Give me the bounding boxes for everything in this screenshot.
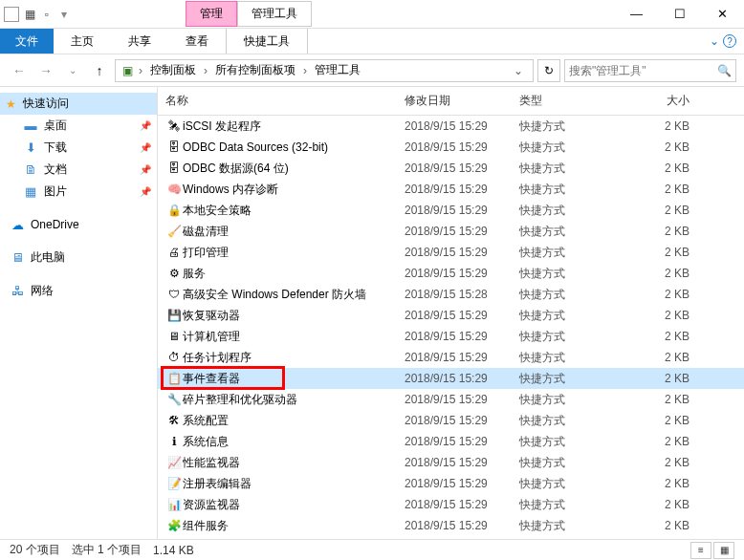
file-row[interactable]: 📝注册表编辑器2018/9/15 15:29快捷方式2 KB: [158, 473, 744, 494]
file-row[interactable]: 📈性能监视器2018/9/15 15:29快捷方式2 KB: [158, 452, 744, 473]
breadcrumb-dropdown[interactable]: ⌄: [508, 64, 529, 77]
file-row[interactable]: 🗄ODBC 数据源(64 位)2018/9/15 15:29快捷方式2 KB: [158, 158, 744, 179]
view-switcher: ≡ ▦: [690, 542, 734, 559]
view-icons-button[interactable]: ▦: [713, 542, 734, 559]
navigation-pane[interactable]: ★ 快速访问 ▬ 桌面 📌 ⬇ 下载 📌 🗎 文档 📌 ▦ 图片 📌: [0, 87, 158, 540]
file-size: 2 KB: [634, 246, 701, 259]
recent-dropdown[interactable]: ⌄: [61, 59, 84, 82]
file-row[interactable]: 🛡高级安全 Windows Defender 防火墙2018/9/15 15:2…: [158, 284, 744, 305]
status-bar: 20 个项目 选中 1 个项目 1.14 KB ≡ ▦: [0, 539, 744, 560]
chevron-right-icon[interactable]: ›: [202, 64, 209, 77]
chevron-right-icon[interactable]: ›: [301, 64, 309, 77]
shortcut-icon: 🧠: [165, 182, 183, 197]
file-date: 2018/9/15 15:29: [405, 351, 519, 364]
main-area: ★ 快速访问 ▬ 桌面 📌 ⬇ 下载 📌 🗎 文档 📌 ▦ 图片 📌: [0, 87, 744, 540]
ribbon-tab-admin-tools[interactable]: 管理工具: [237, 1, 312, 27]
file-row[interactable]: 💾恢复驱动器2018/9/15 15:29快捷方式2 KB: [158, 305, 744, 326]
status-selection: 选中 1 个项目: [72, 542, 142, 558]
chevron-right-icon[interactable]: ›: [137, 64, 144, 77]
minimize-button[interactable]: —: [615, 1, 658, 28]
file-row[interactable]: ℹ系统信息2018/9/15 15:29快捷方式2 KB: [158, 431, 744, 452]
help-icon[interactable]: ?: [723, 34, 736, 48]
ribbon-help: ⌄ ?: [710, 29, 744, 54]
breadcrumb[interactable]: ▣ › 控制面板 › 所有控制面板项 › 管理工具 ⌄: [115, 59, 534, 82]
file-list-pane: 名称 修改日期 类型 大小 🛰iSCSI 发起程序2018/9/15 15:29…: [158, 87, 744, 540]
col-size[interactable]: 大小: [634, 93, 701, 109]
file-row[interactable]: 🧩组件服务2018/9/15 15:29快捷方式2 KB: [158, 515, 744, 536]
file-row[interactable]: 🧠Windows 内存诊断2018/9/15 15:29快捷方式2 KB: [158, 179, 744, 200]
col-name[interactable]: 名称: [165, 93, 405, 109]
file-row[interactable]: 📊资源监视器2018/9/15 15:29快捷方式2 KB: [158, 494, 744, 515]
address-bar-row: ← → ⌄ ↑ ▣ › 控制面板 › 所有控制面板项 › 管理工具 ⌄ ↻ 🔍: [0, 54, 744, 87]
tab-view[interactable]: 查看: [168, 29, 226, 54]
file-row[interactable]: 🖨打印管理2018/9/15 15:29快捷方式2 KB: [158, 242, 744, 263]
crumb-3[interactable]: 管理工具: [311, 62, 364, 78]
file-row[interactable]: 🖥计算机管理2018/9/15 15:29快捷方式2 KB: [158, 326, 744, 347]
file-row[interactable]: 🔧碎片整理和优化驱动器2018/9/15 15:29快捷方式2 KB: [158, 389, 744, 410]
crumb-1[interactable]: 控制面板: [146, 62, 200, 78]
view-details-button[interactable]: ≡: [690, 542, 711, 559]
downloads-icon: ⬇: [23, 140, 38, 156]
sidebar-desktop[interactable]: ▬ 桌面 📌: [0, 115, 157, 137]
qat-customize-icon[interactable]: ▾: [57, 8, 71, 21]
file-date: 2018/9/15 15:29: [405, 498, 519, 511]
file-row[interactable]: 🗄ODBC Data Sources (32-bit)2018/9/15 15:…: [158, 137, 744, 158]
search-box[interactable]: 🔍: [564, 59, 736, 82]
file-date: 2018/9/15 15:29: [405, 119, 519, 133]
tab-shortcut-tools[interactable]: 快捷工具: [226, 29, 308, 54]
shortcut-icon: 🗄: [165, 161, 183, 176]
ribbon-tab-manage[interactable]: 管理: [186, 1, 237, 27]
sidebar-label: 网络: [31, 283, 54, 299]
up-button[interactable]: ↑: [88, 59, 111, 82]
file-list[interactable]: 🛰iSCSI 发起程序2018/9/15 15:29快捷方式2 KB🗄ODBC …: [158, 116, 744, 540]
file-type: 快捷方式: [519, 203, 634, 219]
tab-home[interactable]: 主页: [54, 29, 111, 54]
file-type: 快捷方式: [519, 497, 634, 513]
sidebar-quick-access[interactable]: ★ 快速访问: [0, 93, 157, 115]
sidebar-pictures[interactable]: ▦ 图片 📌: [0, 181, 157, 203]
sidebar-label: 此电脑: [31, 249, 65, 266]
file-row[interactable]: ⚙服务2018/9/15 15:29快捷方式2 KB: [158, 263, 744, 284]
close-button[interactable]: ✕: [701, 1, 744, 28]
sidebar-network[interactable]: 🖧 网络: [0, 280, 157, 302]
file-row[interactable]: 🧹磁盘清理2018/9/15 15:29快捷方式2 KB: [158, 221, 744, 242]
qat-newfolder-icon[interactable]: ▫: [40, 8, 54, 21]
refresh-button[interactable]: ↻: [537, 59, 560, 82]
qat-properties-icon[interactable]: ▦: [23, 8, 36, 21]
search-icon[interactable]: 🔍: [717, 64, 732, 77]
file-date: 2018/9/15 15:29: [405, 456, 519, 469]
col-date[interactable]: 修改日期: [405, 93, 519, 109]
file-row[interactable]: 🛰iSCSI 发起程序2018/9/15 15:29快捷方式2 KB: [158, 116, 744, 137]
file-type: 快捷方式: [519, 308, 634, 324]
file-size: 2 KB: [634, 204, 701, 217]
sidebar-this-pc[interactable]: 🖥 此电脑: [0, 247, 157, 269]
search-input[interactable]: [569, 64, 717, 77]
col-type[interactable]: 类型: [519, 93, 634, 109]
file-row[interactable]: ⏱任务计划程序2018/9/15 15:29快捷方式2 KB: [158, 347, 744, 368]
star-icon: ★: [6, 97, 16, 111]
maximize-button[interactable]: ☐: [658, 1, 701, 28]
file-menu[interactable]: 文件: [0, 29, 54, 54]
back-button[interactable]: ←: [8, 59, 31, 82]
column-headers[interactable]: 名称 修改日期 类型 大小: [158, 87, 744, 116]
file-row[interactable]: 📋事件查看器2018/9/15 15:29快捷方式2 KB: [158, 368, 744, 389]
file-row[interactable]: 🛠系统配置2018/9/15 15:29快捷方式2 KB: [158, 410, 744, 431]
shortcut-icon: ⚙: [165, 266, 183, 281]
tab-share[interactable]: 共享: [111, 29, 168, 54]
file-size: 2 KB: [634, 162, 701, 175]
shortcut-icon: 🔒: [165, 203, 183, 218]
crumb-2[interactable]: 所有控制面板项: [211, 62, 299, 78]
ribbon-tabs-row: 文件 主页 共享 查看 快捷工具 ⌄ ?: [0, 29, 744, 54]
shortcut-icon: ℹ: [165, 434, 183, 449]
file-type: 快捷方式: [519, 413, 634, 429]
quick-access-toolbar: ▦ ▫ ▾: [0, 7, 71, 22]
file-name: 注册表编辑器: [183, 476, 405, 492]
sidebar-onedrive[interactable]: ☁ OneDrive: [0, 214, 157, 235]
file-name: 磁盘清理: [183, 224, 405, 240]
sidebar-downloads[interactable]: ⬇ 下载 📌: [0, 137, 157, 159]
file-row[interactable]: 🔒本地安全策略2018/9/15 15:29快捷方式2 KB: [158, 200, 744, 221]
file-size: 2 KB: [634, 183, 701, 196]
shortcut-icon: 🛡: [165, 287, 183, 302]
sidebar-documents[interactable]: 🗎 文档 📌: [0, 159, 157, 181]
expand-ribbon-icon[interactable]: ⌄: [710, 34, 719, 48]
